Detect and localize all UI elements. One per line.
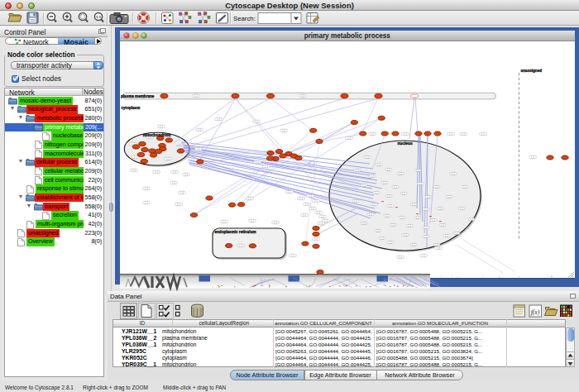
- svg-text:f(x): f(x): [531, 308, 540, 316]
